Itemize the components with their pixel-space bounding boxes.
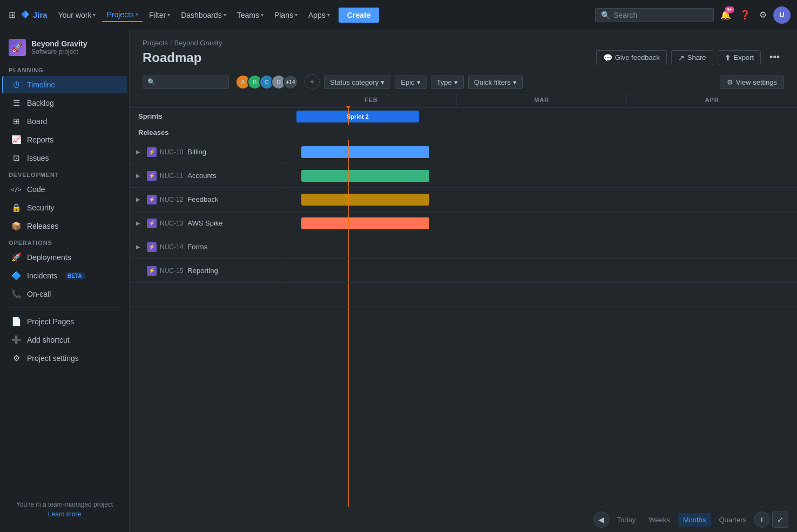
row-timeline — [286, 140, 797, 163]
months-button[interactable]: Months — [678, 513, 712, 527]
sidebar-item-oncall[interactable]: 📞 On-call — [2, 285, 127, 303]
timeline-bar-nuc12[interactable] — [301, 194, 429, 206]
timeline-bar-nuc10[interactable] — [301, 146, 429, 158]
releases-icon: 📦 — [11, 221, 22, 231]
timeline-bar-nuc11[interactable] — [301, 170, 429, 182]
toolbar: 🔍 A B C D +14 + Status category ▾ Epic ▾… — [130, 70, 797, 94]
search-input[interactable] — [613, 11, 708, 19]
more-actions-button[interactable]: ••• — [765, 49, 784, 66]
row-type-icon: ⚡ — [147, 171, 157, 181]
row-issue-id: NUC-10 — [160, 148, 183, 156]
sidebar-item-add-shortcut[interactable]: ➕ Add shortcut — [2, 331, 127, 349]
sidebar-item-backlog[interactable]: ☰ Backlog — [2, 94, 127, 112]
settings-button[interactable]: ⚙ — [757, 8, 769, 22]
sidebar-footer-text: You're in a team-managed project Learn m… — [9, 500, 120, 519]
board-icon: ⊞ — [11, 116, 22, 127]
avatar-count[interactable]: +14 — [283, 74, 298, 90]
roadmap-search-input[interactable] — [159, 78, 224, 86]
row-label-nuc10: ▶ ⚡ NUC-10 Billing — [130, 140, 286, 163]
row-expand-icon[interactable]: ▶ — [136, 196, 144, 202]
project-info: Beyond Gravity Software project — [31, 39, 87, 56]
sprint-bar[interactable]: Sprint 2 — [296, 111, 419, 122]
dashboards-nav[interactable]: Dashboards ▾ — [177, 9, 231, 22]
page-title: Roadmap — [143, 50, 201, 65]
breadcrumb-projects[interactable]: Projects — [143, 39, 168, 47]
add-member-button[interactable]: + — [305, 74, 320, 90]
sidebar-item-issues[interactable]: ⊡ Issues — [2, 149, 127, 167]
row-title: Feedback — [187, 195, 218, 203]
timeline-bar-nuc13[interactable] — [301, 217, 429, 229]
type-filter[interactable]: Type ▾ — [431, 76, 464, 89]
sidebar-item-board[interactable]: ⊞ Board — [2, 113, 127, 130]
main-layout: 🚀 Beyond Gravity Software project PLANNI… — [0, 30, 797, 532]
sidebar-item-timeline[interactable]: ⏱ Timeline — [2, 76, 127, 93]
row-type-icon: ⚡ — [147, 195, 157, 204]
share-icon: ↗ — [678, 53, 685, 62]
sidebar-item-label: Code — [27, 185, 45, 194]
gantt-sprint-row: Sprints Sprint 2 — [130, 108, 797, 125]
epic-filter[interactable]: Epic ▾ — [395, 76, 426, 89]
row-expand-icon[interactable]: ▶ — [136, 244, 144, 250]
row-timeline — [286, 212, 797, 235]
notification-badge: 9+ — [725, 6, 734, 13]
help-button[interactable]: ❓ — [738, 8, 753, 22]
sidebar-item-label: Timeline — [27, 80, 55, 89]
apps-nav[interactable]: Apps ▾ — [304, 9, 334, 22]
sidebar-item-security[interactable]: 🔒 Security — [2, 199, 127, 216]
sidebar-item-reports[interactable]: 📈 Reports — [2, 131, 127, 148]
bottom-bar: ◀ Today Weeks Months Quarters i ⤢ — [130, 507, 797, 532]
share-button[interactable]: ↗ Share — [671, 50, 713, 65]
sidebar-item-label: Board — [27, 117, 47, 126]
top-navigation: ⊞ Jira Your work ▾ Projects ▾ Filter ▾ D… — [0, 0, 797, 30]
sidebar-item-project-pages[interactable]: 📄 Project Pages — [2, 313, 127, 330]
sidebar-item-releases[interactable]: 📦 Releases — [2, 217, 127, 235]
give-feedback-button[interactable]: 💬 Give feedback — [596, 50, 667, 65]
user-avatar[interactable]: U — [773, 6, 791, 24]
row-expand-icon[interactable]: ▶ — [136, 149, 144, 155]
sidebar-item-label: Reports — [27, 135, 53, 144]
releases-timeline — [286, 125, 797, 140]
sidebar-item-label: Project settings — [27, 354, 79, 363]
create-button[interactable]: Create — [339, 8, 380, 23]
info-button[interactable]: i — [754, 511, 770, 528]
filter-nav[interactable]: Filter ▾ — [145, 9, 174, 22]
row-expand-icon[interactable]: ▶ — [136, 173, 144, 179]
learn-more-link[interactable]: Learn more — [48, 510, 81, 518]
teams-nav[interactable]: Teams ▾ — [233, 9, 268, 22]
plans-nav[interactable]: Plans ▾ — [270, 9, 302, 22]
projects-nav[interactable]: Projects ▾ — [102, 8, 143, 22]
quick-filters-filter[interactable]: Quick filters ▾ — [468, 76, 523, 89]
sidebar-item-label: Issues — [27, 154, 49, 162]
sidebar-item-deployments[interactable]: 🚀 Deployments — [2, 249, 127, 266]
table-row-empty — [130, 283, 797, 306]
row-timeline — [286, 259, 797, 282]
weeks-button[interactable]: Weeks — [643, 513, 676, 527]
row-expand-icon[interactable]: ▶ — [136, 220, 144, 226]
today-triangle — [346, 106, 351, 109]
backlog-icon: ☰ — [11, 98, 22, 108]
today-button[interactable]: Today — [612, 513, 641, 527]
row-timeline — [286, 188, 797, 211]
row-title: AWS Spike — [187, 219, 222, 227]
sidebar-item-project-settings[interactable]: ⚙ Project settings — [2, 350, 127, 367]
fullscreen-button[interactable]: ⤢ — [772, 511, 788, 528]
gantt-rows: ▶ ⚡ NUC-10 Billing ▶ ⚡ NUC-11 — [130, 140, 797, 507]
status-category-filter[interactable]: Status category ▾ — [324, 76, 390, 89]
jira-logo: Jira — [20, 10, 48, 21]
breadcrumb-project[interactable]: Beyond Gravity — [174, 39, 222, 47]
timeline-icon: ⏱ — [11, 79, 22, 90]
page-title-row: Roadmap 💬 Give feedback ↗ Share ⬆ Export… — [143, 49, 784, 66]
row-issue-id: NUC-12 — [160, 196, 183, 203]
your-work-nav[interactable]: Your work ▾ — [54, 9, 100, 22]
sidebar-item-incidents[interactable]: 🔷 Incidents BETA — [2, 267, 127, 284]
scroll-left-button[interactable]: ◀ — [593, 511, 610, 528]
notifications-button[interactable]: 🔔 9+ — [718, 8, 733, 22]
today-indicator-sprint — [348, 108, 349, 125]
export-button[interactable]: ⬆ Export — [718, 50, 761, 65]
sprint-timeline: Sprint 2 — [286, 108, 797, 125]
quarters-button[interactable]: Quarters — [713, 513, 752, 527]
oncall-icon: 📞 — [11, 289, 22, 299]
view-settings-button[interactable]: ⚙ View settings — [720, 76, 784, 89]
grid-menu-icon[interactable]: ⊞ — [6, 8, 18, 22]
sidebar-item-code[interactable]: </> Code — [2, 181, 127, 198]
